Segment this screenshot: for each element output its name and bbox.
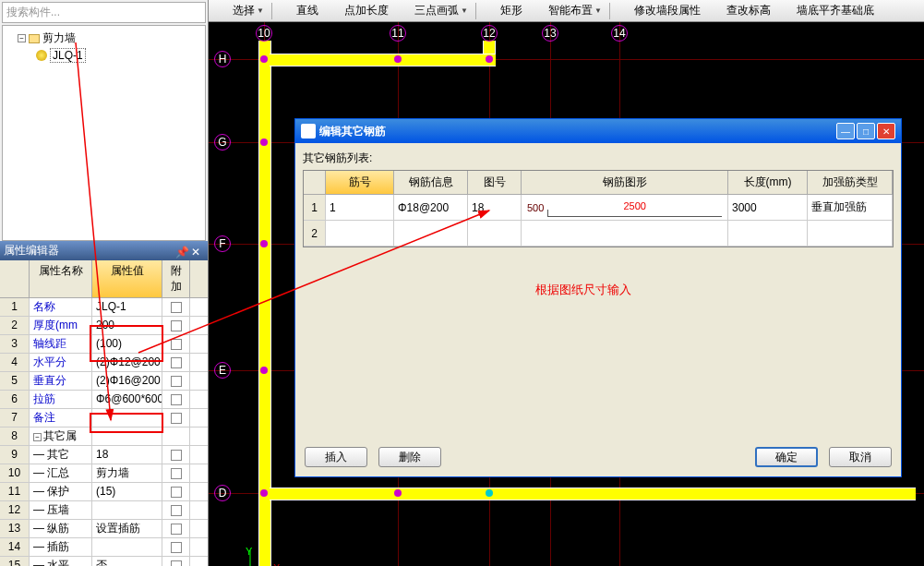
prop-row[interactable]: 13— 纵筋设置插筋 bbox=[0, 520, 208, 538]
dropdown-icon[interactable]: ▼ bbox=[461, 6, 468, 15]
prop-extra[interactable] bbox=[162, 483, 190, 500]
collapse-icon[interactable]: − bbox=[18, 34, 26, 42]
prop-value[interactable]: 设置插筋 bbox=[92, 520, 162, 537]
prop-value[interactable]: (2)Φ16@200 bbox=[92, 372, 162, 390]
td-length[interactable] bbox=[728, 221, 808, 247]
checkbox[interactable] bbox=[171, 505, 182, 516]
th-type[interactable]: 加强筋类型 bbox=[808, 171, 893, 195]
td-jinhhao[interactable]: 1 bbox=[326, 195, 394, 221]
ok-button[interactable]: 确定 bbox=[755, 447, 818, 467]
prop-extra[interactable] bbox=[162, 501, 190, 519]
prop-row[interactable]: 4水平分(2)Φ12@200 bbox=[0, 354, 208, 372]
insert-button[interactable]: 插入 bbox=[305, 447, 367, 467]
prop-row[interactable]: 3轴线距(100) bbox=[0, 335, 208, 354]
tree-child[interactable]: JLQ-1 bbox=[6, 47, 201, 64]
prop-row[interactable]: 2厚度(mm200 bbox=[0, 317, 208, 335]
prop-extra[interactable] bbox=[162, 557, 190, 566]
prop-extra[interactable] bbox=[162, 520, 190, 537]
table-row[interactable]: 11Φ18@2001850025003000垂直加强筋 bbox=[304, 195, 893, 221]
prop-extra[interactable] bbox=[162, 464, 190, 482]
td-info[interactable] bbox=[394, 221, 468, 247]
toolbar-cursor-button[interactable]: 选择▼ bbox=[212, 1, 268, 20]
cancel-button[interactable]: 取消 bbox=[829, 447, 892, 467]
th-tuhao[interactable]: 图号 bbox=[468, 171, 522, 195]
toolbar-arc-button[interactable]: 三点画弧▼ bbox=[394, 1, 472, 20]
toolbar-point-button[interactable]: 点加长度 bbox=[324, 1, 392, 20]
prop-row[interactable]: 1名称JLQ-1 bbox=[0, 298, 208, 317]
tree-root[interactable]: − 剪力墙 bbox=[6, 30, 201, 47]
checkbox[interactable] bbox=[171, 302, 182, 313]
dropdown-icon[interactable]: ▼ bbox=[257, 6, 264, 15]
search-input[interactable]: 搜索构件... bbox=[2, 2, 206, 23]
prop-value[interactable]: (100) bbox=[92, 335, 162, 353]
td-tuhao[interactable]: 18 bbox=[468, 195, 522, 221]
toolbar-smart-button[interactable]: 智能布置▼ bbox=[528, 1, 606, 20]
prop-value[interactable]: 否 bbox=[92, 557, 162, 566]
checkbox[interactable] bbox=[171, 320, 182, 331]
prop-extra[interactable] bbox=[162, 409, 190, 427]
prop-value[interactable]: 200 bbox=[92, 317, 162, 334]
prop-value[interactable]: 18 bbox=[92, 446, 162, 464]
toolbar-line-button[interactable]: 直线 bbox=[276, 1, 322, 20]
checkbox[interactable] bbox=[171, 376, 182, 387]
checkbox[interactable] bbox=[171, 413, 182, 424]
prop-value[interactable] bbox=[92, 501, 162, 519]
prop-row[interactable]: 6拉筋Φ6@600*600 bbox=[0, 391, 208, 409]
checkbox[interactable] bbox=[171, 524, 182, 535]
th-info[interactable]: 钢筋信息 bbox=[394, 171, 468, 195]
prop-extra[interactable] bbox=[162, 354, 190, 371]
prop-row[interactable]: 12— 压墙 bbox=[0, 501, 208, 520]
prop-extra[interactable] bbox=[162, 317, 190, 334]
th-length[interactable]: 长度(mm) bbox=[728, 171, 808, 195]
td-jinhhao[interactable] bbox=[326, 221, 394, 247]
prop-row[interactable]: 14— 插筋 bbox=[0, 538, 208, 557]
col-extra[interactable]: 附加 bbox=[162, 260, 190, 297]
prop-row[interactable]: 8−其它属 bbox=[0, 428, 208, 446]
dropdown-icon[interactable]: ▼ bbox=[594, 6, 602, 15]
prop-row[interactable]: 9— 其它18 bbox=[0, 446, 208, 464]
prop-value[interactable] bbox=[92, 428, 162, 445]
prop-value[interactable]: (15) bbox=[92, 483, 162, 500]
prop-extra[interactable] bbox=[162, 372, 190, 390]
checkbox[interactable] bbox=[171, 339, 182, 350]
prop-value[interactable] bbox=[92, 409, 162, 427]
prop-extra[interactable] bbox=[162, 335, 190, 353]
td-info[interactable]: Φ18@200 bbox=[394, 195, 468, 221]
close-panel-icon[interactable]: ✕ bbox=[191, 246, 204, 257]
checkbox[interactable] bbox=[171, 468, 182, 479]
prop-extra[interactable] bbox=[162, 298, 190, 316]
td-length[interactable]: 3000 bbox=[728, 195, 808, 221]
prop-value[interactable]: Φ6@600*600 bbox=[92, 391, 162, 408]
td-type[interactable]: 垂直加强筋 bbox=[808, 195, 893, 221]
col-name[interactable]: 属性名称 bbox=[30, 260, 92, 297]
prop-row[interactable]: 11— 保护(15) bbox=[0, 483, 208, 501]
td-shape[interactable]: 5002500 bbox=[522, 195, 728, 221]
checkbox[interactable] bbox=[171, 450, 182, 461]
prop-value[interactable]: JLQ-1 bbox=[92, 298, 162, 316]
td-shape[interactable] bbox=[522, 221, 728, 247]
checkbox[interactable] bbox=[171, 542, 182, 553]
prop-value[interactable] bbox=[92, 538, 162, 556]
prop-extra[interactable] bbox=[162, 538, 190, 556]
prop-extra[interactable] bbox=[162, 391, 190, 408]
checkbox[interactable] bbox=[171, 487, 182, 498]
table-row[interactable]: 2 bbox=[304, 221, 893, 247]
toolbar-rect-button[interactable]: 矩形 bbox=[480, 1, 526, 20]
maximize-button[interactable]: □ bbox=[857, 123, 875, 139]
prop-extra[interactable] bbox=[162, 428, 190, 445]
minimize-button[interactable]: — bbox=[836, 123, 855, 139]
th-jinhhao[interactable]: 筋号 bbox=[326, 171, 394, 195]
prop-extra[interactable] bbox=[162, 446, 190, 464]
dialog-titlebar[interactable]: 编辑其它钢筋 — □ ✕ bbox=[295, 119, 901, 143]
td-type[interactable] bbox=[808, 221, 893, 247]
checkbox[interactable] bbox=[171, 394, 182, 405]
toolbar-edit-button[interactable]: 修改墙段属性 bbox=[614, 1, 704, 20]
checkbox[interactable] bbox=[171, 357, 182, 368]
td-tuhao[interactable] bbox=[468, 221, 522, 247]
toolbar-base-button[interactable]: 墙底平齐基础底 bbox=[776, 1, 878, 20]
col-value[interactable]: 属性值 bbox=[92, 260, 162, 297]
delete-button[interactable]: 删除 bbox=[378, 447, 441, 467]
close-button[interactable]: ✕ bbox=[877, 123, 895, 139]
prop-value[interactable]: (2)Φ12@200 bbox=[92, 354, 162, 371]
prop-row[interactable]: 7备注 bbox=[0, 409, 208, 428]
